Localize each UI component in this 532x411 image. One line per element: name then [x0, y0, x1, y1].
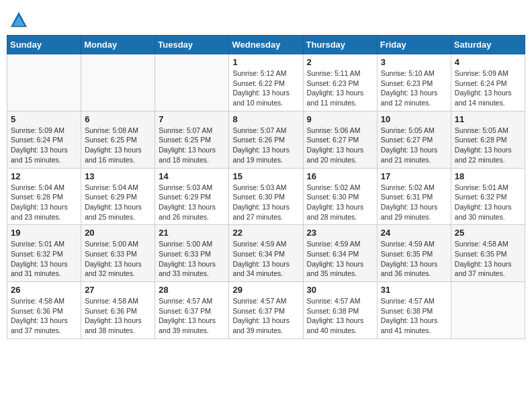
day-info: Sunrise: 5:12 AM Sunset: 6:22 PM Dayligh… [232, 68, 299, 108]
calendar-cell: 14Sunrise: 5:03 AM Sunset: 6:29 PM Dayli… [155, 168, 229, 225]
calendar-cell [155, 54, 229, 111]
day-header-sunday: Sunday [7, 36, 81, 54]
day-info: Sunrise: 5:03 AM Sunset: 6:29 PM Dayligh… [159, 183, 225, 222]
calendar-cell: 19Sunrise: 5:01 AM Sunset: 6:32 PM Dayli… [7, 225, 81, 282]
calendar-cell: 31Sunrise: 4:57 AM Sunset: 6:38 PM Dayli… [377, 282, 451, 339]
day-info: Sunrise: 5:07 AM Sunset: 6:25 PM Dayligh… [159, 126, 225, 165]
calendar-cell: 20Sunrise: 5:00 AM Sunset: 6:33 PM Dayli… [81, 225, 155, 282]
day-info: Sunrise: 4:59 AM Sunset: 6:34 PM Dayligh… [232, 239, 299, 279]
day-number: 28 [159, 285, 225, 295]
page-header [7, 7, 525, 30]
day-number: 31 [381, 285, 447, 295]
day-info: Sunrise: 5:05 AM Sunset: 6:27 PM Dayligh… [381, 126, 447, 165]
day-info: Sunrise: 5:11 AM Sunset: 6:23 PM Dayligh… [307, 68, 373, 108]
day-info: Sunrise: 5:08 AM Sunset: 6:25 PM Dayligh… [85, 126, 151, 165]
calendar-cell: 16Sunrise: 5:02 AM Sunset: 6:30 PM Dayli… [303, 168, 377, 225]
day-info: Sunrise: 5:04 AM Sunset: 6:29 PM Dayligh… [85, 183, 151, 222]
day-number: 29 [232, 285, 299, 295]
calendar-cell: 3Sunrise: 5:10 AM Sunset: 6:23 PM Daylig… [377, 54, 451, 111]
day-number: 25 [455, 228, 521, 238]
day-info: Sunrise: 5:01 AM Sunset: 6:32 PM Dayligh… [11, 239, 77, 279]
calendar-cell [81, 54, 155, 111]
day-header-wednesday: Wednesday [229, 36, 303, 54]
day-number: 27 [85, 285, 151, 295]
calendar-cell: 21Sunrise: 5:00 AM Sunset: 6:33 PM Dayli… [155, 225, 229, 282]
day-info: Sunrise: 4:59 AM Sunset: 6:34 PM Dayligh… [307, 239, 373, 279]
calendar-cell: 13Sunrise: 5:04 AM Sunset: 6:29 PM Dayli… [81, 168, 155, 225]
day-number: 10 [381, 114, 447, 124]
calendar-cell: 10Sunrise: 5:05 AM Sunset: 6:27 PM Dayli… [377, 111, 451, 168]
calendar-cell: 30Sunrise: 4:57 AM Sunset: 6:38 PM Dayli… [303, 282, 377, 339]
day-number: 14 [159, 171, 225, 181]
day-number: 9 [307, 114, 373, 124]
day-number: 7 [159, 114, 225, 124]
day-number: 4 [455, 57, 521, 67]
day-info: Sunrise: 5:03 AM Sunset: 6:30 PM Dayligh… [232, 183, 299, 222]
calendar-cell: 1Sunrise: 5:12 AM Sunset: 6:22 PM Daylig… [229, 54, 303, 111]
days-header-row: SundayMondayTuesdayWednesdayThursdayFrid… [7, 36, 525, 54]
day-info: Sunrise: 5:00 AM Sunset: 6:33 PM Dayligh… [159, 239, 225, 279]
day-number: 20 [85, 228, 151, 238]
day-info: Sunrise: 5:09 AM Sunset: 6:24 PM Dayligh… [11, 126, 77, 165]
day-number: 21 [159, 228, 225, 238]
calendar-cell: 5Sunrise: 5:09 AM Sunset: 6:24 PM Daylig… [7, 111, 81, 168]
day-number: 22 [232, 228, 299, 238]
day-number: 2 [307, 57, 373, 67]
week-row-2: 5Sunrise: 5:09 AM Sunset: 6:24 PM Daylig… [7, 111, 525, 168]
day-info: Sunrise: 5:02 AM Sunset: 6:31 PM Dayligh… [381, 183, 447, 222]
day-header-monday: Monday [81, 36, 155, 54]
day-number: 1 [232, 57, 299, 67]
calendar-cell: 8Sunrise: 5:07 AM Sunset: 6:26 PM Daylig… [229, 111, 303, 168]
calendar-cell: 25Sunrise: 4:58 AM Sunset: 6:35 PM Dayli… [451, 225, 525, 282]
day-number: 8 [232, 114, 299, 124]
calendar-cell: 27Sunrise: 4:58 AM Sunset: 6:36 PM Dayli… [81, 282, 155, 339]
day-number: 26 [11, 285, 77, 295]
day-info: Sunrise: 4:59 AM Sunset: 6:35 PM Dayligh… [381, 239, 447, 279]
day-number: 6 [85, 114, 151, 124]
day-header-saturday: Saturday [451, 36, 525, 54]
calendar-cell: 7Sunrise: 5:07 AM Sunset: 6:25 PM Daylig… [155, 111, 229, 168]
logo-icon [9, 11, 28, 30]
calendar-cell: 29Sunrise: 4:57 AM Sunset: 6:37 PM Dayli… [229, 282, 303, 339]
day-number: 17 [381, 171, 447, 181]
day-number: 19 [11, 228, 77, 238]
calendar-cell: 18Sunrise: 5:01 AM Sunset: 6:32 PM Dayli… [451, 168, 525, 225]
calendar-cell: 9Sunrise: 5:06 AM Sunset: 6:27 PM Daylig… [303, 111, 377, 168]
calendar-cell: 11Sunrise: 5:05 AM Sunset: 6:28 PM Dayli… [451, 111, 525, 168]
day-info: Sunrise: 5:06 AM Sunset: 6:27 PM Dayligh… [307, 126, 373, 165]
day-info: Sunrise: 5:02 AM Sunset: 6:30 PM Dayligh… [307, 183, 373, 222]
day-info: Sunrise: 4:57 AM Sunset: 6:38 PM Dayligh… [381, 296, 447, 336]
calendar-table: SundayMondayTuesdayWednesdayThursdayFrid… [7, 35, 525, 339]
day-info: Sunrise: 4:58 AM Sunset: 6:36 PM Dayligh… [85, 296, 151, 336]
day-info: Sunrise: 5:05 AM Sunset: 6:28 PM Dayligh… [455, 126, 521, 165]
day-number: 16 [307, 171, 373, 181]
day-info: Sunrise: 5:07 AM Sunset: 6:26 PM Dayligh… [232, 126, 299, 165]
calendar-cell: 2Sunrise: 5:11 AM Sunset: 6:23 PM Daylig… [303, 54, 377, 111]
week-row-5: 26Sunrise: 4:58 AM Sunset: 6:36 PM Dayli… [7, 282, 525, 339]
calendar-cell: 15Sunrise: 5:03 AM Sunset: 6:30 PM Dayli… [229, 168, 303, 225]
day-info: Sunrise: 4:58 AM Sunset: 6:35 PM Dayligh… [455, 239, 521, 279]
calendar-cell: 12Sunrise: 5:04 AM Sunset: 6:28 PM Dayli… [7, 168, 81, 225]
week-row-3: 12Sunrise: 5:04 AM Sunset: 6:28 PM Dayli… [7, 168, 525, 225]
day-number: 23 [307, 228, 373, 238]
calendar-cell: 6Sunrise: 5:08 AM Sunset: 6:25 PM Daylig… [81, 111, 155, 168]
calendar-cell: 17Sunrise: 5:02 AM Sunset: 6:31 PM Dayli… [377, 168, 451, 225]
calendar-cell: 28Sunrise: 4:57 AM Sunset: 6:37 PM Dayli… [155, 282, 229, 339]
day-header-tuesday: Tuesday [155, 36, 229, 54]
day-info: Sunrise: 5:09 AM Sunset: 6:24 PM Dayligh… [455, 68, 521, 108]
calendar-cell: 22Sunrise: 4:59 AM Sunset: 6:34 PM Dayli… [229, 225, 303, 282]
logo [9, 11, 31, 30]
week-row-1: 1Sunrise: 5:12 AM Sunset: 6:22 PM Daylig… [7, 54, 525, 111]
calendar-cell: 24Sunrise: 4:59 AM Sunset: 6:35 PM Dayli… [377, 225, 451, 282]
day-info: Sunrise: 4:58 AM Sunset: 6:36 PM Dayligh… [11, 296, 77, 336]
calendar-cell [7, 54, 81, 111]
day-info: Sunrise: 4:57 AM Sunset: 6:37 PM Dayligh… [232, 296, 299, 336]
day-info: Sunrise: 5:10 AM Sunset: 6:23 PM Dayligh… [381, 68, 447, 108]
day-info: Sunrise: 5:04 AM Sunset: 6:28 PM Dayligh… [11, 183, 77, 222]
calendar-cell [451, 282, 525, 339]
calendar-cell: 4Sunrise: 5:09 AM Sunset: 6:24 PM Daylig… [451, 54, 525, 111]
day-number: 13 [85, 171, 151, 181]
calendar-cell: 26Sunrise: 4:58 AM Sunset: 6:36 PM Dayli… [7, 282, 81, 339]
day-number: 3 [381, 57, 447, 67]
week-row-4: 19Sunrise: 5:01 AM Sunset: 6:32 PM Dayli… [7, 225, 525, 282]
